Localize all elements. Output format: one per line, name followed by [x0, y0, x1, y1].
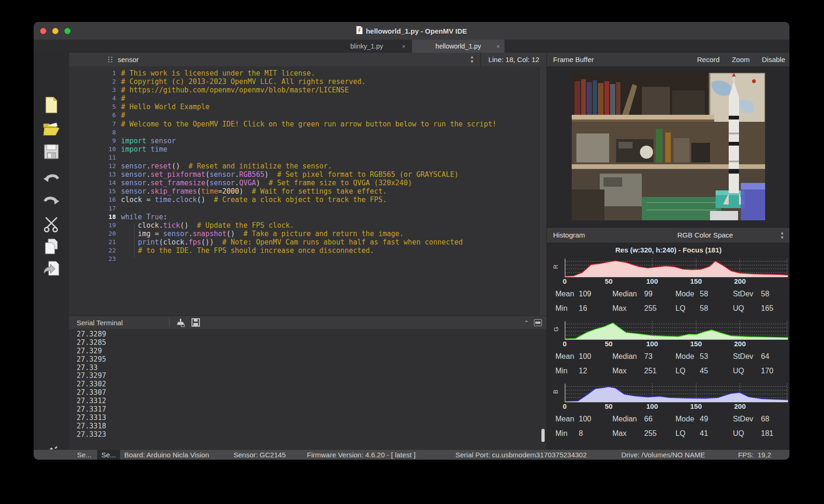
divider	[169, 318, 170, 327]
line-number: 6	[69, 111, 118, 119]
save-log-icon[interactable]	[192, 318, 200, 329]
axis-tick-label: 100	[646, 402, 658, 410]
code-line[interactable]: 6#	[69, 111, 547, 119]
code-line[interactable]: 21 print(clock.fps()) # Note: OpenMV Cam…	[69, 238, 547, 246]
status-se-1[interactable]: Se...	[77, 450, 92, 460]
stat-label: Mean	[555, 290, 579, 298]
code-line[interactable]: 15sensor.skip_frames(time=2000) # Wait f…	[69, 187, 547, 196]
frame-buffer-title: Frame Buffer	[553, 56, 594, 63]
histogram-B-axis-ticks: 050100150200	[565, 402, 788, 412]
editor-top-bar: sensor ▲▼ Line: 18, Col: 12	[69, 53, 547, 67]
code-line[interactable]: 5# Hello World Example	[69, 103, 547, 111]
code-line[interactable]: 20 img = sensor.snapshot() # Take a pict…	[69, 230, 547, 238]
code-line[interactable]: 22 # to the IDE. The FPS should increase…	[69, 246, 547, 255]
line-number: 12	[69, 162, 118, 170]
code-line[interactable]: 4#	[69, 94, 547, 103]
code-line[interactable]: 23	[69, 255, 547, 263]
function-navigator-dropdown[interactable]: sensor	[118, 53, 139, 66]
tab-close-icon[interactable]: ×	[496, 43, 500, 50]
tab-helloworld[interactable]: helloworld_1.py ×	[412, 40, 504, 53]
stat-label: LQ	[675, 429, 700, 438]
histogram-header: Histogram RGB Color Space ▲▼	[547, 227, 789, 243]
drag-handle-icon	[107, 56, 113, 65]
chevron-up-down-icon[interactable]: ▲▼	[780, 231, 784, 240]
code-line[interactable]: 1# This work is licensed under the MIT l…	[69, 69, 547, 77]
code-line[interactable]: 12sensor.reset() # Reset and initialize …	[69, 162, 547, 170]
status-serial-port[interactable]: Serial Port: cu.usbmodem3170375234302	[455, 450, 587, 460]
line-number: 7	[69, 120, 118, 128]
popout-terminal-icon[interactable]	[534, 319, 542, 326]
redo-button[interactable]	[42, 193, 61, 211]
line-number: 20	[69, 230, 118, 238]
code-line[interactable]: 10import time	[69, 145, 547, 154]
line-number: 1	[69, 69, 118, 77]
stat-value: 49	[700, 415, 708, 423]
save-button[interactable]	[42, 142, 61, 161]
line-number: 18	[69, 213, 118, 221]
line-number: 22	[69, 246, 118, 255]
code-line[interactable]: 18while True:	[69, 213, 547, 221]
line-number: 5	[69, 103, 118, 111]
undo-button[interactable]	[42, 170, 61, 189]
line-number: 2	[69, 77, 118, 86]
right-panel: Frame Buffer Record Zoom Disable	[547, 53, 789, 449]
status-firmware[interactable]: Firmware Version: 4.6.20 - [ latest ]	[307, 450, 416, 460]
code-line[interactable]: 19 clock.tick() # Update the FPS clock.	[69, 221, 547, 230]
code-line[interactable]: 17	[69, 204, 547, 213]
record-button[interactable]: Record	[697, 56, 719, 63]
tab-close-icon[interactable]: ×	[402, 43, 405, 50]
clear-terminal-icon[interactable]	[176, 318, 185, 329]
code-line[interactable]: 8	[69, 128, 547, 137]
zoom-button[interactable]: Zoom	[732, 56, 750, 63]
histogram-B-plot	[565, 383, 788, 402]
histogram-channel-R: R050100150200Mean109Median99Mode58StDev5…	[547, 258, 789, 315]
paste-button[interactable]	[42, 259, 61, 278]
code-line[interactable]: 9import sensor	[69, 137, 547, 145]
chevron-up-down-icon[interactable]: ▲▼	[470, 55, 474, 64]
stat-value: 100	[579, 352, 591, 361]
line-number: 23	[69, 255, 118, 263]
terminal-scrollbar[interactable]	[541, 429, 545, 442]
stat-label: Median	[612, 415, 644, 423]
collapse-terminal-icon[interactable]: ⌃	[524, 320, 529, 326]
terminal-line: 27.3317	[77, 406, 106, 414]
color-space-dropdown[interactable]: RGB Color Space	[677, 228, 733, 243]
line-number: 16	[69, 196, 118, 204]
histogram-R-plot	[565, 258, 788, 277]
stat-label: UQ	[733, 429, 761, 438]
status-fps[interactable]: FPS: 19,2	[738, 450, 771, 460]
histogram-B-stats-row: Min8Max255LQ41UQ181	[547, 426, 789, 441]
status-board[interactable]: Board: Arduino Nicla Vision	[124, 450, 209, 460]
status-se-2[interactable]: Se...	[97, 450, 120, 460]
serial-terminal-output[interactable]: 27.328927.328527.32927.329527.3327.32972…	[69, 329, 547, 449]
open-file-button[interactable]	[42, 119, 61, 138]
code-line[interactable]: 16clock = time.clock() # Create a clock …	[69, 196, 547, 204]
histogram-channel-B: B050100150200Mean100Median66Mode49StDev6…	[547, 383, 789, 441]
editor-scrollbar[interactable]	[540, 66, 547, 315]
new-file-button[interactable]	[42, 96, 61, 114]
status-drive[interactable]: Drive: /Volumes/NO NAME	[621, 450, 705, 460]
title-bar[interactable]: helloworld_1.py - OpenMV IDE	[34, 22, 789, 40]
tab-blinky[interactable]: blinky_1.py ×	[323, 40, 410, 53]
stat-label: Max	[612, 367, 644, 375]
code-line[interactable]: 14sensor.set_framesize(sensor.QVGA) # Se…	[69, 179, 547, 187]
axis-tick-label: 150	[690, 340, 702, 348]
cut-button[interactable]	[42, 215, 61, 233]
code-line[interactable]: 13sensor.set_pixformat(sensor.RGB565) # …	[69, 170, 547, 179]
code-line[interactable]: 7# Welcome to the OpenMV IDE! Click on t…	[69, 120, 547, 128]
copy-button[interactable]	[42, 237, 61, 256]
frame-buffer-image[interactable]	[572, 73, 765, 220]
status-sensor[interactable]: Sensor: GC2145	[234, 450, 286, 460]
stat-value: 165	[761, 304, 774, 313]
code-editor[interactable]: 1# This work is licensed under the MIT l…	[69, 66, 547, 315]
code-line[interactable]: 3# https://github.com/openmv/openmv/blob…	[69, 86, 547, 94]
stat-value: 66	[644, 415, 653, 423]
terminal-line: 27.3323	[77, 431, 106, 439]
code-line[interactable]: 11	[69, 154, 547, 162]
code-line[interactable]: 2# Copyright (c) 2013-2023 OpenMV LLC. A…	[69, 77, 547, 86]
axis-tick-label: 200	[734, 340, 746, 348]
stat-label: StDev	[733, 415, 761, 423]
stat-value: 45	[700, 367, 708, 375]
disable-button[interactable]: Disable	[762, 56, 785, 63]
stat-value: 181	[761, 429, 774, 438]
